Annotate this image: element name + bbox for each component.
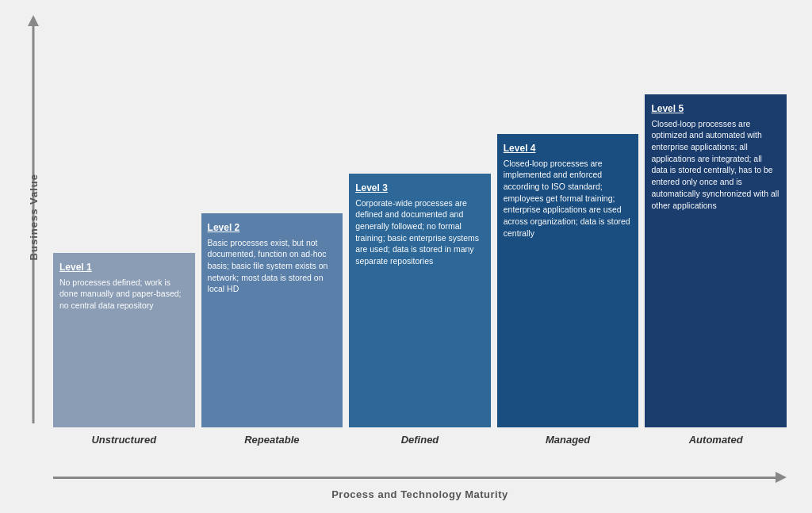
bar-level-2: Level 2 Basic processes exist, but not d… [201, 213, 343, 427]
label-5: Automated [645, 431, 787, 446]
bars-section: Level 1 No processes defined; work is do… [49, 19, 787, 427]
label-row: Unstructured Repeatable Defined Managed … [49, 427, 787, 471]
bar-1-text: No processes defined; work is done manua… [59, 277, 189, 312]
x-axis-arrow-head [776, 472, 787, 483]
bar-column-2: Level 2 Basic processes exist, but not d… [201, 213, 343, 427]
x-axis-label: Process and Technology Maturity [331, 488, 508, 500]
bar-2-text: Basic processes exist, but not documente… [208, 237, 337, 295]
bar-4-level: Level 4 [504, 142, 536, 155]
chart-content: Level 1 No processes defined; work is do… [49, 11, 795, 471]
bar-level-1: Level 1 No processes defined; work is do… [53, 253, 195, 427]
x-axis: Process and Technology Maturity [17, 471, 795, 503]
bar-5-text: Closed-loop processes are optimized and … [651, 118, 780, 212]
y-axis-label: Business Value [28, 174, 40, 260]
bar-level-4: Level 4 Closed-loop processes are implem… [497, 134, 639, 427]
label-2: Repeatable [201, 431, 343, 446]
bar-5-level: Level 5 [651, 102, 684, 115]
bar-level-3: Level 3 Corporate-wide processes are def… [349, 174, 491, 427]
bar-3-text: Corporate-wide processes are defined and… [355, 197, 485, 267]
bar-3-level: Level 3 [355, 182, 388, 194]
bar-column-4: Level 4 Closed-loop processes are implem… [497, 134, 639, 427]
label-1: Unstructured [53, 431, 195, 446]
maturity-chart: Business Value Level 1 No processes defi… [17, 11, 795, 503]
bar-level-5: Level 5 Closed-loop processes are optimi… [645, 94, 787, 427]
bar-column-1: Level 1 No processes defined; work is do… [53, 253, 195, 427]
y-axis: Business Value [17, 11, 49, 471]
x-axis-wrapper: Process and Technology Maturity [53, 472, 787, 501]
x-axis-line [53, 477, 776, 479]
bar-column-3: Level 3 Corporate-wide processes are def… [349, 174, 491, 427]
label-4: Managed [497, 431, 639, 446]
label-3: Defined [349, 431, 491, 446]
bar-1-level: Level 1 [59, 261, 92, 274]
bar-4-text: Closed-loop processes are implemented an… [504, 158, 633, 239]
bar-2-level: Level 2 [208, 221, 240, 234]
bar-column-5: Level 5 Closed-loop processes are optimi… [645, 94, 787, 427]
